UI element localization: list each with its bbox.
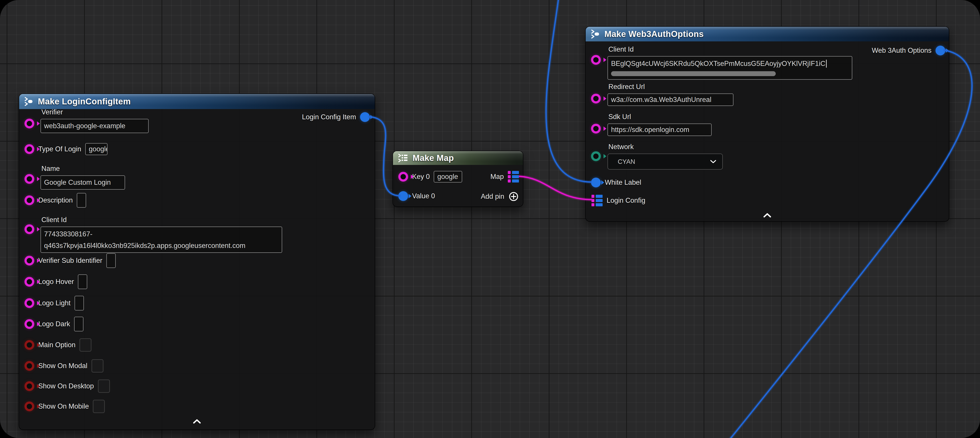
pin-show-on-mobile[interactable]: [24, 401, 34, 411]
field-label: Logo Dark: [38, 320, 70, 328]
field-verifier: Verifier web3auth-google-example: [40, 108, 149, 133]
make-struct-icon: [24, 97, 33, 106]
node-title: Make Web3AuthOptions: [605, 29, 704, 39]
description-input[interactable]: [77, 193, 86, 208]
output-pin-login-config-item[interactable]: [360, 112, 370, 122]
field-label: Description: [38, 196, 73, 204]
output-pin-label: Login Config Item: [302, 113, 356, 121]
field-label: White Label: [605, 178, 641, 186]
field-label: Logo Hover: [38, 278, 74, 286]
node-header-make-login-config-item[interactable]: Make LoginConfigItem: [19, 94, 375, 109]
logo-dark-input[interactable]: [74, 317, 83, 331]
output-pin-map[interactable]: [508, 170, 519, 183]
output-row-login-config-item: Login Config Item: [302, 111, 370, 123]
output-pin-web3auth-options[interactable]: [935, 46, 945, 56]
client-id-line2: q463s7kpvja16l4l0kko3nb925ikds2p.apps.go…: [44, 240, 278, 252]
field-label: Show On Desktop: [38, 382, 94, 390]
field-label: Value 0: [412, 192, 435, 200]
field-label: Redirect Url: [608, 83, 733, 91]
pin-description[interactable]: [24, 196, 34, 205]
pin-client-id[interactable]: [591, 55, 601, 65]
pin-main-option[interactable]: [24, 340, 34, 350]
field-login-config: Login Config: [592, 193, 645, 208]
client-id-line1: 774338308167-: [44, 228, 278, 240]
redirect-url-value: w3a://com.w3a.Web3AuthUnreal: [611, 96, 711, 104]
field-client-id: Client Id 774338308167- q463s7kpvja16l4l…: [40, 216, 282, 253]
pin-client-id[interactable]: [24, 225, 34, 234]
make-struct-icon: [590, 29, 600, 39]
network-dropdown[interactable]: CYAN: [608, 154, 723, 170]
pin-redirect-url[interactable]: [591, 94, 601, 104]
field-value0: Value 0: [398, 190, 435, 202]
collapse-chevron-icon[interactable]: [763, 213, 771, 218]
client-id-input[interactable]: 774338308167- q463s7kpvja16l4l0kko3nb925…: [40, 226, 282, 253]
pin-logo-dark[interactable]: [24, 319, 34, 329]
pin-verifier[interactable]: [24, 119, 34, 128]
field-label: Name: [41, 165, 125, 173]
logo-hover-input[interactable]: [78, 274, 87, 289]
pin-network[interactable]: [591, 151, 601, 161]
pin-show-on-desktop[interactable]: [24, 381, 34, 391]
add-pin-label: Add pin: [481, 193, 504, 201]
pin-logo-light[interactable]: [24, 298, 34, 308]
add-pin-icon[interactable]: [508, 191, 519, 202]
client-id-input[interactable]: BEglQSgt4cUWcj6SKRdu5QkOXTsePmMcusG5EAoy…: [608, 56, 852, 80]
pin-value0[interactable]: [398, 191, 408, 201]
pin-login-config[interactable]: [592, 194, 603, 207]
client-id-scrollbar[interactable]: [611, 71, 776, 76]
field-label: Sdk Url: [608, 113, 712, 121]
verifier-input[interactable]: web3auth-google-example: [40, 119, 149, 133]
key0-value: google: [437, 173, 458, 181]
client-id-value: BEglQSgt4cUWcj6SKRdu5QkOXTsePmMcusG5EAoy…: [611, 60, 825, 68]
show-on-desktop-checkbox[interactable]: [98, 379, 110, 393]
field-network: Network CYAN: [608, 143, 723, 170]
redirect-url-input[interactable]: w3a://com.w3a.Web3AuthUnreal: [608, 94, 733, 106]
name-input[interactable]: Google Custom Login: [40, 175, 125, 190]
field-description: Description: [24, 193, 86, 208]
field-label: Show On Modal: [38, 362, 88, 370]
logo-light-input[interactable]: [75, 296, 84, 311]
pin-white-label[interactable]: [591, 178, 601, 187]
blueprint-graph-canvas[interactable]: Make LoginConfigItem Login Config Item V…: [0, 0, 980, 438]
type-of-login-input[interactable]: google: [85, 143, 108, 155]
node-make-map[interactable]: Make Map Key 0 google Map Value 0 Add pi…: [393, 151, 523, 207]
verifier-sub-identifier-input[interactable]: [107, 253, 116, 268]
pin-verifier-sub-identifier[interactable]: [24, 256, 34, 266]
main-option-checkbox[interactable]: [80, 338, 91, 352]
field-label: Key 0: [412, 173, 430, 181]
node-make-login-config-item[interactable]: Make LoginConfigItem Login Config Item V…: [19, 94, 375, 430]
show-on-mobile-checkbox[interactable]: [93, 400, 105, 413]
show-on-modal-checkbox[interactable]: [91, 359, 103, 373]
pin-name[interactable]: [24, 174, 34, 184]
pin-logo-hover[interactable]: [24, 277, 34, 287]
field-name: Name Google Custom Login: [40, 165, 125, 190]
pin-type-of-login[interactable]: [24, 144, 34, 154]
pin-key0[interactable]: [398, 172, 408, 182]
field-redirect-url: Redirect Url w3a://com.w3a.Web3AuthUnrea…: [608, 83, 733, 106]
field-label: Login Config: [606, 196, 645, 204]
wire-map-to-loginconfig[interactable]: [519, 176, 592, 200]
output-row-map: Map: [490, 170, 519, 183]
field-white-label: White Label: [591, 176, 641, 189]
node-title: Make LoginConfigItem: [38, 97, 130, 107]
add-pin-row: Add pin: [481, 190, 519, 203]
output-pin-label: Web 3Auth Options: [872, 46, 931, 54]
node-header-make-map[interactable]: Make Map: [393, 151, 523, 165]
key0-input[interactable]: google: [434, 171, 462, 183]
field-label: Client Id: [608, 45, 852, 53]
node-make-web3auth-options[interactable]: Make Web3AuthOptions Web 3Auth Options C…: [585, 26, 949, 222]
node-header-make-web3auth-options[interactable]: Make Web3AuthOptions: [586, 27, 949, 41]
field-label: Client Id: [41, 216, 282, 224]
sdk-url-input[interactable]: https://sdk.openlogin.com: [608, 124, 712, 136]
output-row-web3auth-options: Web 3Auth Options: [872, 44, 945, 57]
type-of-login-value: google: [89, 145, 108, 153]
collapse-chevron-icon[interactable]: [193, 419, 201, 424]
node-title: Make Map: [412, 153, 454, 163]
field-label: Verifier: [41, 108, 149, 116]
pin-show-on-modal[interactable]: [24, 361, 34, 371]
field-sdk-url: Sdk Url https://sdk.openlogin.com: [608, 113, 712, 136]
field-label: Logo Light: [38, 299, 70, 307]
field-logo-hover: Logo Hover: [24, 274, 87, 289]
field-client-id: Client Id BEglQSgt4cUWcj6SKRdu5QkOXTsePm…: [608, 45, 852, 80]
pin-sdk-url[interactable]: [591, 124, 601, 134]
